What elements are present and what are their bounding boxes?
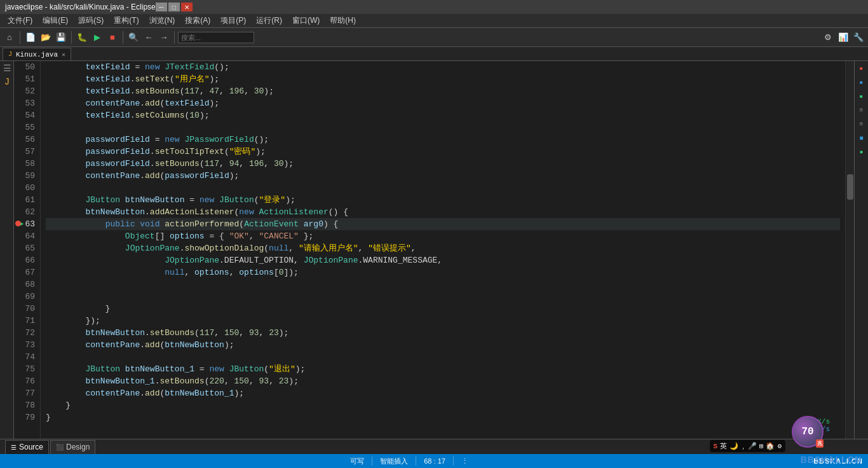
status-position: 68 : 17 (424, 457, 445, 465)
code-line-53: contentPane.add(textField); (46, 97, 840, 109)
code-line-62: btnNewButton.addActionListener(new Actio… (46, 206, 840, 218)
line-59: 59 (17, 170, 35, 182)
code-line-52: textField.setBounds(117, 47, 196, 30); (46, 85, 840, 97)
toolbar-sep-4 (174, 31, 175, 44)
right-icon-1[interactable]: ■ (855, 61, 869, 75)
menu-search[interactable]: 搜索(A) (180, 14, 215, 27)
tab-source[interactable]: ☰ Source (5, 440, 49, 454)
status-divider-2 (416, 457, 416, 465)
toolbar-save[interactable]: 💾 (54, 31, 68, 45)
line-69: 69 (17, 291, 35, 303)
sogou-mic[interactable]: 🎤 (748, 442, 757, 450)
line-77: 77 (17, 387, 35, 399)
code-line-68 (46, 279, 840, 291)
left-icon-2[interactable]: J (0, 75, 14, 89)
toolbar-sep-2 (71, 31, 72, 44)
toolbar-debug[interactable]: 🐛 (75, 31, 89, 45)
toolbar-forward[interactable]: → (157, 31, 171, 45)
code-line-61: JButton btnNewButton = new JButton("登录")… (46, 194, 840, 206)
toolbar-extra-3[interactable]: 🔧 (851, 31, 865, 45)
code-line-69 (46, 291, 840, 303)
menu-help[interactable]: 帮助(H) (325, 14, 361, 27)
design-tab-label: Design (66, 443, 90, 451)
menu-source[interactable]: 源码(S) (73, 14, 109, 27)
line-58: 58 (17, 158, 35, 170)
menu-file[interactable]: 文件(F) (3, 14, 37, 27)
source-tab-icon: ☰ (11, 444, 17, 451)
toolbar-open[interactable]: 📂 (39, 31, 53, 45)
scrollbar-thumb[interactable] (847, 174, 853, 200)
right-icon-4[interactable]: ≡ (855, 103, 869, 117)
menu-edit[interactable]: 编辑(E) (37, 14, 73, 27)
right-icon-7[interactable]: ● (855, 145, 869, 159)
toolbar-run[interactable]: ▶ (90, 31, 104, 45)
sogou-mode-2: 🌙 (729, 442, 738, 450)
menu-navigate[interactable]: 浏览(N) (144, 14, 180, 27)
code-line-63: public void actionPerformed(ActionEvent … (46, 218, 840, 230)
status-writable: 可写 (350, 457, 364, 466)
menu-refactor[interactable]: 重构(T) (109, 14, 144, 27)
code-line-56: passwordField = new JPasswordField(); (46, 134, 840, 146)
code-line-54: textField.setColumns(10); (46, 109, 840, 121)
code-line-75: JButton btnNewButton_1 = new JButton("退出… (46, 363, 840, 375)
line-numbers: 50 51 52 53 54 55 56 57 58 59 60 61 62 ▶… (14, 61, 41, 439)
toolbar-search-input[interactable] (178, 32, 254, 43)
minimize-button[interactable]: ─ (156, 3, 167, 11)
menu-run[interactable]: 运行(R) (251, 14, 287, 27)
line-73: 73 (17, 339, 35, 351)
line-65: 65 (17, 242, 35, 254)
tab-close-icon[interactable]: ✕ (62, 51, 65, 59)
menu-project[interactable]: 项目(P) (215, 14, 251, 27)
code-line-64: Object[] options = { "OK", "CANCEL" }; (46, 230, 840, 242)
left-panel: ☰ J (0, 61, 14, 439)
watermark-text: BBSKALI.CN (801, 455, 862, 465)
tab-design[interactable]: ⬛ Design (50, 440, 95, 454)
close-button[interactable]: ✕ (181, 3, 193, 11)
line-74: 74 (17, 351, 35, 363)
right-icon-6[interactable]: ■ (855, 131, 869, 145)
line-71: 71 (17, 315, 35, 327)
toolbar-extra-2[interactable]: 📊 (836, 31, 850, 45)
status-center: 可写 智能插入 68 : 17 ⋮ (350, 457, 468, 466)
toolbar-stop[interactable]: ■ (105, 31, 119, 45)
left-icon-1[interactable]: ☰ (0, 61, 14, 75)
code-line-55 (46, 121, 840, 134)
scrollbar[interactable] (845, 61, 854, 439)
tab-java-icon: J (8, 51, 12, 58)
toolbar-new[interactable]: 📄 (24, 31, 37, 45)
maximize-button[interactable]: □ (168, 3, 180, 11)
toolbar-search[interactable]: 🔍 (126, 31, 140, 45)
title-text: javaeclipse - kali/src/kali/Kinux.java -… (5, 3, 156, 11)
code-line-58: passwordField.setBounds(117, 94, 196, 30… (46, 158, 840, 170)
code-line-77: contentPane.add(btnNewButton_1); (46, 387, 840, 399)
right-icon-3[interactable]: ■ (855, 89, 869, 103)
status-divider-1 (372, 457, 372, 465)
sogou-mode-5: 🏠 (766, 442, 775, 450)
toolbar-back[interactable]: ← (142, 31, 156, 45)
right-icon-2[interactable]: ■ (855, 75, 869, 89)
design-tab-icon: ⬛ (56, 444, 64, 451)
line-68: 68 (17, 279, 35, 291)
status-more[interactable]: ⋮ (461, 457, 468, 465)
code-line-78: } (46, 399, 840, 411)
menu-window[interactable]: 窗口(W) (287, 14, 325, 27)
code-line-67: null, options, options[0]); (46, 266, 840, 279)
code-line-65: JOptionPane.showOptionDialog(null, "请输入用… (46, 242, 840, 254)
status-divider-3 (453, 457, 454, 465)
code-line-60 (46, 182, 840, 194)
main-editor[interactable]: 50 51 52 53 54 55 56 57 58 59 60 61 62 ▶… (14, 61, 868, 439)
tab-bar: J Kinux.java ✕ (0, 47, 868, 61)
source-tab-label: Source (19, 443, 43, 451)
code-area[interactable]: textField = new JTextField(); textField.… (41, 61, 845, 439)
line-67: 67 (17, 266, 35, 279)
toolbar-sep-3 (123, 31, 123, 44)
sogou-mode-6[interactable]: ⚙ (777, 442, 782, 450)
editor-tab-kinux[interactable]: J Kinux.java ✕ (3, 48, 71, 60)
toolbar: ⌂ 📄 📂 💾 🐛 ▶ ■ 🔍 ← → ⚙ 📊 🔧 (0, 28, 868, 47)
toolbar-extra-1[interactable]: ⚙ (821, 31, 835, 45)
balloon-circle: 70 兆 (792, 416, 824, 448)
line-79: 79 (17, 411, 35, 423)
right-icon-5[interactable]: ≡ (855, 117, 869, 131)
balloon-widget: 70 兆 (792, 416, 830, 454)
toolbar-home[interactable]: ⌂ (3, 31, 17, 45)
